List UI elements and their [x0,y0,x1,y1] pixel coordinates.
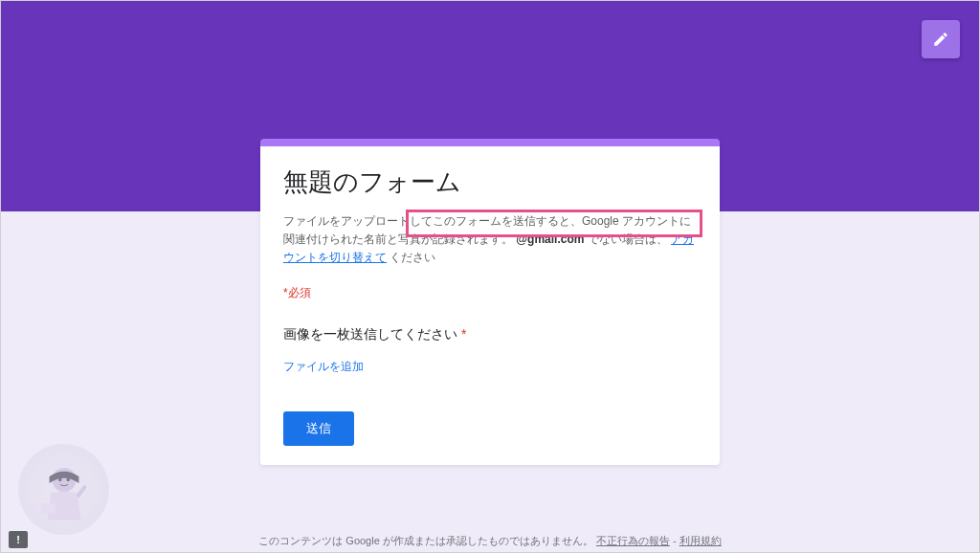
separator: - [673,535,679,546]
svg-point-0 [52,467,76,491]
required-asterisk: * [461,326,466,342]
disclaimer-text: このコンテンツは Google が作成または承認したものではありません。 [258,535,593,546]
report-abuse-link[interactable]: 不正行為の報告 [596,535,670,546]
submit-button[interactable]: 送信 [283,411,354,446]
pencil-icon [932,31,949,48]
required-indicator: *必須 [283,285,697,301]
footer-disclaimer: このコンテンツは Google が作成または承認したものではありません。 不正行… [1,534,979,548]
form-description: ファイルをアップロードしてこのフォームを送信すると、Google アカウントに関… [283,212,697,268]
form-content: 無題のフォーム ファイルをアップロードしてこのフォームを送信すると、Google… [260,146,720,465]
terms-link[interactable]: 利用規約 [679,535,722,546]
email-suffix: でない場合は、 [588,232,668,246]
avatar-illustration [18,444,109,535]
form-title: 無題のフォーム [283,166,697,199]
svg-point-1 [58,477,62,481]
edit-form-button[interactable] [922,20,960,58]
svg-rect-3 [40,503,55,514]
description-text-2: ください [390,251,435,264]
question-label: 画像を一枚送信してください * [283,326,697,343]
form-card: 無題のフォーム ファイルをアップロードしてこのフォームを送信すると、Google… [260,139,720,465]
svg-point-2 [66,477,70,481]
cartoon-avatar-icon [31,456,98,523]
email-text: @gmail.com [516,232,584,246]
add-file-button[interactable]: ファイルを追加 [283,359,364,375]
question-text: 画像を一枚送信してください [283,326,457,342]
